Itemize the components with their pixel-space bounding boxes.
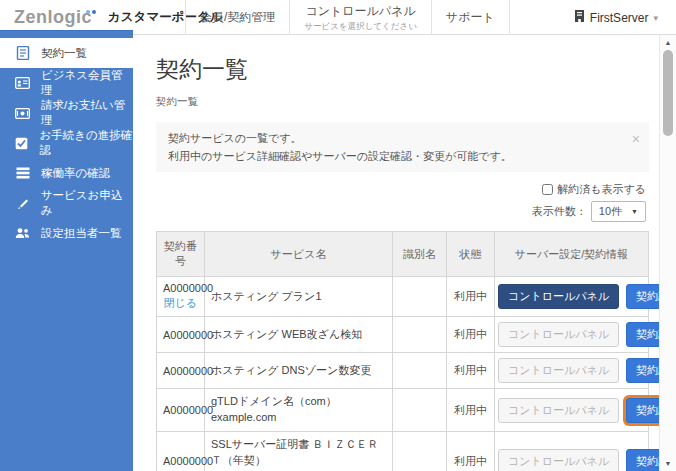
notice-line1: 契約サービスの一覧です。 [168, 129, 623, 147]
identifier [393, 432, 447, 471]
header: Zenlogic カスタマーポータル 会員/契約管理 コントロールパネル サービ… [0, 0, 676, 35]
page-title: 契約一覧 [156, 54, 649, 85]
scroll-down-icon[interactable]: ▼ [660, 460, 676, 467]
sidebar-item-apply-service[interactable]: サービスお申込み [0, 188, 133, 218]
service-name: ホスティング プラン1 [205, 277, 393, 317]
status: 利用中 [447, 389, 495, 432]
notice-box: 契約サービスの一覧です。 利用中のサービス詳細確認やサーバーの設定確認・変更が可… [156, 122, 649, 172]
scrollbar[interactable]: ▲ ▼ [659, 35, 676, 471]
scrollbar-thumb[interactable] [663, 50, 673, 136]
contract-no: A0000000 [157, 432, 205, 471]
contract-no: A0000000 [157, 317, 205, 353]
table-row: A0000000 gTLDドメイン名（com） example.com 利用中 … [157, 389, 649, 432]
staff-users-icon [15, 226, 30, 241]
col-status: 状態 [447, 232, 495, 277]
sidebar-item-uptime[interactable]: 稼働率の確認 [0, 158, 133, 188]
sidebar-item-label: 稼働率の確認 [41, 166, 110, 181]
status: 利用中 [447, 317, 495, 353]
table-filters-top: 解約済も表示する 表示件数： 10件 ▼ [156, 182, 649, 222]
per-page-label: 表示件数： [532, 204, 587, 219]
col-service-name: サービス名 [205, 232, 393, 277]
sidebar-item-label: お手続きの進捗確認 [39, 128, 133, 158]
scroll-up-icon[interactable]: ▲ [660, 39, 676, 46]
contract-no: A0000000 [157, 353, 205, 389]
col-identifier: 識別名 [393, 232, 447, 277]
tab-control-panel[interactable]: コントロールパネル サービスを選択してください [289, 0, 431, 35]
main-content: 契約一覧 契約一覧 契約サービスの一覧です。 利用中のサービス詳細確認やサーバー… [133, 35, 659, 471]
service-name: gTLDドメイン名（com） [211, 394, 386, 410]
service-name: SSLサーバー証明書 ＢＩＺＣＥＲＴ（年契） [211, 437, 386, 469]
identifier [393, 353, 447, 389]
sidebar-item-label: ビジネス会員管理 [41, 68, 133, 98]
sidebar-item-staff-list[interactable]: 設定担当者一覧 [0, 218, 133, 248]
sidebar-item-contract-list[interactable]: 契約一覧 [0, 38, 133, 68]
show-cancelled-label: 解約済も表示する [557, 182, 646, 197]
status: 利用中 [447, 432, 495, 471]
sidebar-item-label: 契約一覧 [41, 46, 87, 61]
control-panel-button-disabled: コントロールパネル [498, 322, 619, 347]
control-panel-button[interactable]: コントロールパネル [498, 284, 619, 309]
contract-no: A0000000 [163, 282, 213, 294]
control-panel-button-disabled: コントロールパネル [498, 358, 619, 383]
status: 利用中 [447, 277, 495, 317]
collapse-link[interactable]: 閉じる [163, 296, 198, 311]
app-window: Zenlogic カスタマーポータル 会員/契約管理 コントロールパネル サービ… [0, 0, 676, 471]
close-icon[interactable]: × [632, 128, 640, 151]
identifier [393, 389, 447, 432]
tab-support[interactable]: サポート [431, 0, 510, 35]
notice-line2: 利用中のサービス詳細確認やサーバーの設定確認・変更が可能です。 [168, 147, 623, 165]
table-row: A0000000 ホスティング DNSゾーン数変更 利用中 コントロールパネル … [157, 353, 649, 389]
breadcrumb: 契約一覧 [156, 95, 649, 109]
control-panel-button-disabled: コントロールパネル [498, 449, 619, 471]
sidebar: 契約一覧 ビジネス会員管理 請求/お支払い管理 お手続きの進捗確認 稼働率の確認 [0, 31, 133, 471]
control-panel-button-disabled: コントロールパネル [498, 398, 619, 423]
contract-table: 契約番号 サービス名 識別名 状態 サーバー設定/契約情報 A0000000 閉… [156, 231, 649, 471]
show-cancelled-toggle[interactable]: 解約済も表示する [542, 182, 646, 197]
col-server-settings: サーバー設定/契約情報 [495, 232, 649, 277]
progress-check-icon [15, 136, 28, 151]
per-page-value: 10件 [599, 204, 622, 219]
chevron-down-icon: ▾ [653, 13, 658, 23]
member-card-icon [15, 76, 30, 91]
status: 利用中 [447, 353, 495, 389]
sidebar-item-label: 請求/お支払い管理 [41, 98, 133, 128]
show-cancelled-checkbox[interactable] [542, 184, 553, 195]
billing-icon [15, 106, 30, 121]
sidebar-item-label: サービスお申込み [41, 188, 133, 218]
per-page-control: 表示件数： 10件 ▼ [532, 201, 646, 222]
contract-no: A0000000 [157, 389, 205, 432]
service-domain: example.com [211, 410, 386, 426]
header-tabs: 会員/契約管理 コントロールパネル サービスを選択してください サポート [185, 0, 510, 35]
table-row: A0000000 ホスティング WEB改ざん検知 利用中 コントロールパネル 契… [157, 317, 649, 353]
table-row: A0000000 SSLサーバー証明書 ＢＩＺＣＥＲＴ（年契） example.… [157, 432, 649, 471]
identifier [393, 277, 447, 317]
account-menu[interactable]: FirstServer ▾ [574, 0, 658, 35]
account-name: FirstServer [590, 11, 649, 25]
apply-pen-icon [15, 196, 30, 211]
table-row: A0000000 閉じる ホスティング プラン1 利用中 コントロールパネル 契… [157, 277, 649, 317]
caret-down-icon: ▼ [631, 208, 638, 215]
service-name: ホスティング DNSゾーン数変更 [205, 353, 393, 389]
col-contract-no: 契約番号 [157, 232, 205, 277]
sidebar-item-progress-check[interactable]: お手続きの進捗確認 [0, 128, 133, 158]
sidebar-item-label: 設定担当者一覧 [41, 226, 122, 241]
logo-brand: Zenlogic [14, 7, 92, 28]
contract-list-icon [15, 46, 30, 61]
tab-member-contract[interactable]: 会員/契約管理 [185, 0, 289, 35]
service-name: ホスティング WEB改ざん検知 [205, 317, 393, 353]
identifier [393, 317, 447, 353]
uptime-icon [15, 166, 30, 181]
logo-dots-icon [92, 9, 102, 27]
per-page-select[interactable]: 10件 ▼ [591, 201, 646, 222]
table-header-row: 契約番号 サービス名 識別名 状態 サーバー設定/契約情報 [157, 232, 649, 277]
sidebar-item-billing[interactable]: 請求/お支払い管理 [0, 98, 133, 128]
server-icon [574, 10, 585, 25]
sidebar-item-business-member[interactable]: ビジネス会員管理 [0, 68, 133, 98]
